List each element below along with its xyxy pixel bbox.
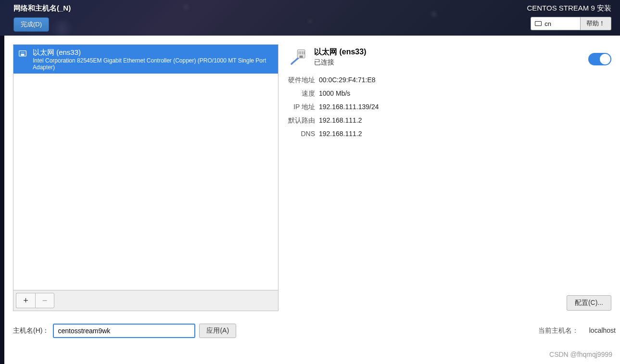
hw-addr-label: 硬件地址 xyxy=(288,76,315,85)
svg-rect-6 xyxy=(300,56,303,58)
hw-addr-value: 00:0C:29:F4:71:E8 xyxy=(319,76,376,85)
current-hostname-value: localhost xyxy=(589,326,616,334)
keyboard-icon xyxy=(535,21,542,26)
connection-details: 硬件地址 00:0C:29:F4:71:E8 速度 1000 Mb/s IP 地… xyxy=(288,76,611,138)
header-right: CENTOS STREAM 9 安装 cn 帮助！ xyxy=(527,4,611,30)
remove-device-button[interactable]: − xyxy=(35,293,54,308)
network-device-item[interactable]: 以太网 (ens33) Intel Corporation 82545EM Gi… xyxy=(13,45,278,74)
svg-rect-1 xyxy=(21,54,24,56)
gateway-value: 192.168.111.2 xyxy=(319,116,362,125)
keyboard-layout-indicator[interactable]: cn xyxy=(531,17,581,30)
hostname-label: 主机名(H)： xyxy=(13,326,49,335)
speed-value: 1000 Mb/s xyxy=(319,89,350,98)
current-hostname-label: 当前主机名： xyxy=(538,326,579,334)
keyboard-layout-label: cn xyxy=(544,20,551,27)
list-toolbar: + − xyxy=(13,290,278,311)
main-content: 以太网 (ens33) Intel Corporation 82545EM Gi… xyxy=(4,36,620,320)
connection-toggle[interactable] xyxy=(588,53,611,65)
right-panel: 以太网 (ens33) 已连接 硬件地址 00:0C:29:F4:71:E8 速… xyxy=(288,44,611,311)
device-description: Intel Corporation 82545EM Gigabit Ethern… xyxy=(33,57,273,71)
dns-value: 192.168.111.2 xyxy=(319,130,362,138)
speed-label: 速度 xyxy=(288,89,315,98)
configure-button[interactable]: 配置(C)... xyxy=(567,295,611,311)
left-panel: 以太网 (ens33) Intel Corporation 82545EM Gi… xyxy=(13,44,278,311)
ip-label: IP 地址 xyxy=(288,103,315,112)
watermark: CSDN @fhqmqj9999 xyxy=(549,351,612,358)
connection-status: 已连接 xyxy=(314,58,366,67)
apply-hostname-button[interactable]: 应用(A) xyxy=(199,324,236,338)
page-title: 网络和主机名(_N) xyxy=(13,4,611,13)
add-device-button[interactable]: + xyxy=(16,293,35,308)
ethernet-icon xyxy=(17,49,28,59)
connection-title: 以太网 (ens33) xyxy=(314,47,366,57)
connection-header: 以太网 (ens33) 已连接 xyxy=(288,47,611,67)
dns-label: DNS xyxy=(288,130,315,138)
install-title: CENTOS STREAM 9 安装 xyxy=(527,4,611,13)
header-bar: 网络和主机名(_N) 完成(D) CENTOS STREAM 9 安装 cn 帮… xyxy=(0,0,620,36)
left-edge-decoration xyxy=(0,36,4,364)
device-name: 以太网 (ens33) xyxy=(33,48,273,57)
gateway-label: 默认路由 xyxy=(288,116,315,125)
ethernet-plug-icon xyxy=(288,47,308,67)
hostname-input[interactable] xyxy=(53,324,195,338)
done-button[interactable]: 完成(D) xyxy=(13,17,49,32)
ip-value: 192.168.111.139/24 xyxy=(319,103,379,112)
network-device-list[interactable]: 以太网 (ens33) Intel Corporation 82545EM Gi… xyxy=(13,44,278,290)
help-button[interactable]: 帮助！ xyxy=(581,17,611,30)
toggle-knob xyxy=(600,54,610,64)
hostname-row: 主机名(H)： 应用(A) 当前主机名： localhost xyxy=(4,324,620,338)
